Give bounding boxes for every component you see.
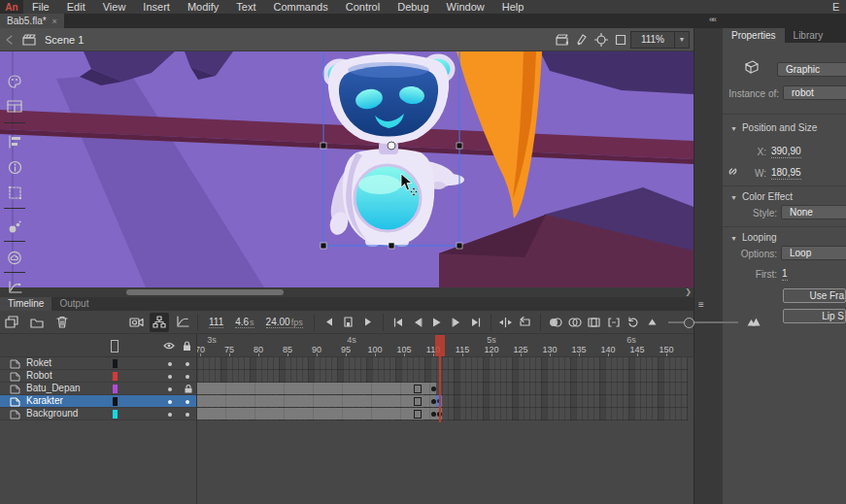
info-panel-icon[interactable] (6, 158, 23, 176)
menu-edit[interactable]: Edit (58, 0, 94, 14)
shrink-frames-icon[interactable] (643, 313, 662, 332)
creative-cloud-icon[interactable] (6, 249, 23, 266)
menu-insert[interactable]: Insert (134, 0, 179, 14)
chevron-down-icon[interactable]: ▼ (674, 32, 689, 48)
layer-visibility-dot[interactable] (168, 387, 172, 391)
use-frame-picker-button[interactable]: Use Fra (783, 288, 846, 303)
layer-name[interactable]: Karakter (26, 395, 63, 407)
layer-name[interactable]: Batu_Depan (26, 383, 81, 394)
step-forward-button[interactable] (447, 313, 466, 332)
layer-row-background[interactable]: Background (0, 408, 196, 420)
layer-lock-dot[interactable] (186, 375, 189, 379)
menu-modify[interactable]: Modify (179, 0, 227, 14)
layer-color-swatch[interactable] (113, 385, 118, 393)
frame-rate-value[interactable]: 24.00fps (266, 317, 303, 328)
delete-layer-button[interactable] (52, 313, 72, 332)
clip-content-button[interactable] (611, 30, 630, 50)
shuttle-right-icon[interactable] (358, 313, 378, 332)
layout-panel-icon[interactable] (6, 98, 23, 116)
center-playhead-button[interactable] (496, 313, 516, 332)
tab-library[interactable]: Library (785, 28, 832, 43)
layer-lock-dot[interactable] (186, 413, 189, 417)
properties-panel-icon[interactable] (6, 73, 23, 90)
frame-row-batu_depan[interactable] (197, 383, 688, 395)
scroll-right-icon[interactable]: ❯ (685, 287, 692, 297)
end-frame-marker[interactable] (414, 410, 422, 419)
layer-visibility-dot[interactable] (168, 400, 172, 404)
instance-name-field[interactable]: robot (783, 85, 846, 100)
go-to-first-frame-button[interactable] (389, 313, 408, 332)
stage-h-scrollbar[interactable]: ❯ (0, 287, 694, 297)
collapse-dock-icon[interactable]: «« (709, 15, 715, 24)
x-value[interactable]: 390,90 (771, 146, 801, 158)
step-back-button[interactable] (408, 313, 427, 332)
end-frame-marker[interactable] (414, 385, 422, 393)
play-button[interactable] (427, 313, 447, 332)
keyframe-dot[interactable] (431, 386, 436, 391)
section-position-size[interactable]: ▼Position and Size (730, 122, 817, 133)
slider-knob[interactable] (684, 318, 694, 328)
menu-file[interactable]: File (23, 0, 58, 14)
layer-name[interactable]: Robot (26, 370, 52, 382)
document-tab[interactable]: Bab5.fla* × (0, 14, 64, 28)
center-stage-button[interactable] (592, 30, 611, 50)
w-value[interactable]: 180,95 (771, 167, 801, 180)
frame-row-karakter[interactable] (197, 395, 688, 408)
keyframe-dot[interactable] (431, 412, 436, 417)
tab-timeline[interactable]: Timeline (0, 297, 51, 311)
section-looping[interactable]: ▼Looping (730, 232, 777, 243)
tab-output[interactable]: Output (51, 297, 96, 311)
edit-multiple-frames-button[interactable] (585, 313, 604, 332)
timeline-panel-menu-icon[interactable]: ≡ (698, 299, 704, 310)
animate-logo[interactable]: An (0, 0, 23, 14)
tab-properties[interactable]: Properties (723, 28, 785, 43)
loop-range-icon[interactable] (339, 313, 358, 332)
frame-row-robot[interactable] (197, 370, 688, 383)
timeline-zoom-slider[interactable] (668, 321, 738, 323)
layer-row-batu_depan[interactable]: Batu_Depan (0, 383, 196, 395)
eye-icon[interactable] (163, 342, 175, 350)
section-color-effect[interactable]: ▼Color Effect (730, 191, 793, 202)
layer-color-swatch[interactable] (113, 359, 118, 368)
camera-button[interactable] (126, 313, 146, 332)
new-layer-button[interactable] (2, 313, 21, 332)
workspace-switcher[interactable]: E (832, 1, 846, 13)
color-style-dropdown[interactable]: None (781, 205, 846, 219)
shuttle-left-icon[interactable] (320, 313, 339, 332)
lip-syncing-button[interactable]: Lip S (783, 309, 846, 323)
scrollbar-thumb[interactable] (126, 289, 284, 295)
layer-lock-dot[interactable] (186, 362, 189, 366)
frames-grid[interactable] (197, 357, 688, 420)
layer-row-karakter[interactable]: Karakter (0, 395, 196, 408)
playhead-marker[interactable] (435, 335, 445, 356)
menu-control[interactable]: Control (337, 0, 389, 14)
layer-lock-dot[interactable] (186, 400, 189, 404)
edit-scene-button[interactable] (553, 30, 572, 50)
layer-color-swatch[interactable] (113, 410, 118, 419)
frame-span[interactable] (197, 395, 443, 407)
layer-name[interactable]: Roket (26, 357, 51, 369)
menu-commands[interactable]: Commands (264, 0, 336, 14)
first-frame-value[interactable]: 1 (782, 268, 788, 281)
frame-span[interactable] (197, 408, 443, 420)
menu-text[interactable]: Text (227, 0, 264, 14)
frame-row-roket[interactable] (197, 357, 688, 370)
layer-row-roket[interactable]: Roket (0, 357, 196, 370)
layer-visibility-dot[interactable] (168, 413, 172, 417)
layer-color-swatch[interactable] (113, 372, 118, 381)
menu-window[interactable]: Window (438, 0, 493, 14)
graph-editor-button[interactable] (173, 313, 192, 332)
scene-breadcrumb[interactable]: Scene 1 (45, 34, 84, 46)
layer-visibility-dot[interactable] (168, 362, 172, 366)
layer-row-robot[interactable]: Robot (0, 370, 196, 383)
loop-options-dropdown[interactable]: Loop (781, 246, 846, 260)
zoom-control[interactable]: 111% ▼ (630, 31, 690, 49)
keyframe-dot[interactable] (431, 399, 436, 404)
show-parent-view-button[interactable] (150, 313, 169, 332)
menu-view[interactable]: View (94, 0, 135, 14)
modify-markers-button[interactable] (604, 313, 624, 332)
onion-skin-outlines-button[interactable] (565, 313, 585, 332)
frame-span[interactable] (197, 383, 437, 394)
frame-row-background[interactable] (197, 408, 688, 420)
end-frame-marker[interactable] (414, 397, 422, 406)
